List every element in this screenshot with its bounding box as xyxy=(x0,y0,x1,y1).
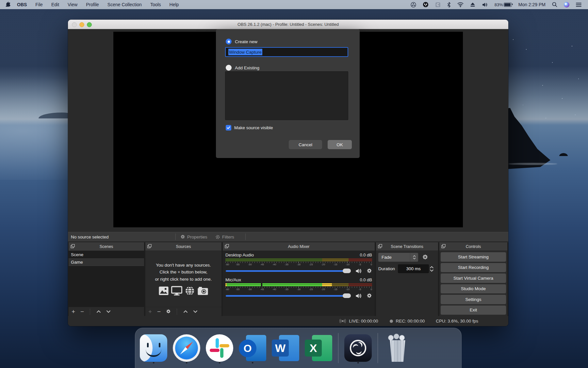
db-tick-label: -10 xyxy=(346,288,350,291)
transition-properties-button[interactable] xyxy=(422,254,428,260)
source-name-input[interactable]: Window Capture xyxy=(225,47,348,57)
outlook-icon: O xyxy=(239,335,266,361)
mic-aux-volume-slider[interactable] xyxy=(226,295,350,297)
dock-item-obs[interactable] xyxy=(344,332,372,364)
create-new-radio[interactable] xyxy=(226,39,232,44)
menubar-clock[interactable]: Mon 2:29 PM xyxy=(515,0,549,9)
dock-item-outlook[interactable]: O xyxy=(238,332,267,364)
eject-icon[interactable] xyxy=(467,0,479,9)
panel-popout-icon xyxy=(378,244,382,248)
transition-select[interactable]: Fade xyxy=(378,253,418,262)
scene-transitions-panel-header[interactable]: Scene Transitions xyxy=(376,242,438,251)
menubar-item-profile[interactable]: Profile xyxy=(82,0,103,9)
transition-select-stepper[interactable] xyxy=(410,253,418,262)
desktop-audio-settings-button[interactable] xyxy=(367,268,372,274)
scene-row[interactable]: Scene xyxy=(69,251,144,258)
create-source-dialog: Create new Window Capture Add Existing M… xyxy=(216,29,360,158)
dock-item-word[interactable]: W xyxy=(271,332,300,364)
volume-icon[interactable] xyxy=(479,0,491,9)
add-existing-radio-row[interactable]: Add Existing xyxy=(226,64,259,71)
scene-row[interactable]: Game xyxy=(69,258,144,266)
slider-handle[interactable] xyxy=(343,269,351,273)
sources-panel-header[interactable]: Sources xyxy=(145,242,221,251)
studio-mode-button[interactable]: Studio Mode xyxy=(441,284,506,294)
controls-panel-header[interactable]: Controls xyxy=(439,242,507,251)
running-indicator xyxy=(219,362,220,364)
scenes-panel-header[interactable]: Scenes xyxy=(69,242,144,251)
cancel-button[interactable]: Cancel xyxy=(289,140,322,149)
cpu-status: CPU: 3.6%, 30.00 fps xyxy=(436,319,478,324)
menubar-item-help[interactable]: Help xyxy=(165,0,183,9)
slider-handle[interactable] xyxy=(343,293,351,298)
duration-stepper[interactable] xyxy=(430,266,434,272)
display-source-icon xyxy=(171,286,182,296)
menubar-item-obs[interactable]: OBS xyxy=(13,0,31,9)
dock-item-safari[interactable] xyxy=(172,332,201,364)
scenes-panel-title: Scenes xyxy=(100,244,113,249)
mic-aux-mute-button[interactable] xyxy=(355,293,362,299)
remove-scene-button[interactable]: − xyxy=(80,308,84,315)
mic-aux-settings-button[interactable] xyxy=(367,293,372,299)
dock-item-excel[interactable]: X xyxy=(304,332,333,364)
move-scene-down-button[interactable] xyxy=(106,310,111,313)
wifi-icon[interactable] xyxy=(454,0,467,9)
dock-item-trash[interactable] xyxy=(383,332,412,364)
add-source-button[interactable]: + xyxy=(148,308,152,315)
battery-status[interactable]: 83% xyxy=(491,0,515,9)
bluetooth-icon[interactable] xyxy=(444,0,454,9)
window-titlebar[interactable]: OBS 26.1.2 (mac) - Profile: Untitled - S… xyxy=(68,20,508,29)
audio-mixer-panel: Audio Mixer Desktop Audio 0.0 dB -60-55-… xyxy=(223,242,375,316)
slack-icon xyxy=(206,334,233,362)
penguin-app-status-icon[interactable] xyxy=(419,0,432,9)
create-new-radio-row[interactable]: Create new xyxy=(226,38,257,45)
exit-button[interactable]: Exit xyxy=(441,306,506,315)
menubar-item-view[interactable]: View xyxy=(63,0,82,9)
make-source-visible-row[interactable]: Make source visible xyxy=(226,124,273,131)
move-scene-up-button[interactable] xyxy=(96,310,101,313)
source-properties-button[interactable] xyxy=(166,309,171,314)
remove-source-button[interactable]: − xyxy=(157,308,161,315)
menu-list-icon[interactable] xyxy=(573,0,585,9)
dock-item-slack[interactable] xyxy=(205,332,234,364)
audio-mixer-panel-header[interactable]: Audio Mixer xyxy=(223,242,375,251)
apple-menu-icon[interactable] xyxy=(6,2,11,8)
menubar-item-scene-collection[interactable]: Scene Collection xyxy=(103,0,146,9)
macos-dock: O W X xyxy=(135,328,462,368)
c-app-status-icon[interactable] xyxy=(432,0,444,9)
menubar-item-file[interactable]: File xyxy=(31,0,47,9)
desktop-audio-volume-slider[interactable] xyxy=(226,270,350,272)
spotlight-icon[interactable] xyxy=(549,0,561,9)
move-source-down-button[interactable] xyxy=(193,310,198,313)
start-streaming-button[interactable]: Start Streaming xyxy=(441,252,506,262)
db-tick-label: -30 xyxy=(297,263,301,266)
live-status: LIVE: 00:00:00 xyxy=(339,319,378,324)
close-window-button[interactable] xyxy=(72,22,77,27)
menubar-item-tools[interactable]: Tools xyxy=(146,0,165,9)
scenes-list[interactable]: SceneGame xyxy=(69,251,144,307)
start-recording-button[interactable]: Start Recording xyxy=(441,263,506,272)
properties-button[interactable]: Properties xyxy=(180,232,207,241)
duration-spinbox[interactable]: 300 ms xyxy=(398,264,429,273)
add-existing-radio[interactable] xyxy=(226,65,232,71)
menubar-item-edit[interactable]: Edit xyxy=(47,0,63,9)
filters-button[interactable]: Filters xyxy=(215,232,234,241)
desktop-audio-mute-button[interactable] xyxy=(355,268,362,274)
zoom-window-button[interactable] xyxy=(87,22,92,27)
duration-label: Duration xyxy=(378,266,395,271)
make-source-visible-checkbox[interactable] xyxy=(226,125,231,131)
ok-button[interactable]: OK xyxy=(328,140,352,149)
settings-button[interactable]: Settings xyxy=(441,295,506,304)
minimize-window-button[interactable] xyxy=(79,22,84,27)
move-source-up-button[interactable] xyxy=(183,310,188,313)
existing-sources-list[interactable] xyxy=(225,71,348,120)
mic-aux-label: Mic/Aux xyxy=(225,277,241,282)
panel-popout-icon xyxy=(71,244,75,248)
siri-icon[interactable] xyxy=(561,0,573,9)
scenes-panel-toolbar: + − xyxy=(69,307,144,316)
obs-status-icon[interactable] xyxy=(407,0,419,9)
sources-empty-state[interactable]: You don't have any sources. Click the + … xyxy=(145,251,221,307)
start-virtual-camera-button[interactable]: Start Virtual Camera xyxy=(441,273,506,283)
db-tick-label: -20 xyxy=(321,288,325,291)
dock-item-finder[interactable] xyxy=(139,332,168,364)
add-scene-button[interactable]: + xyxy=(72,308,75,315)
